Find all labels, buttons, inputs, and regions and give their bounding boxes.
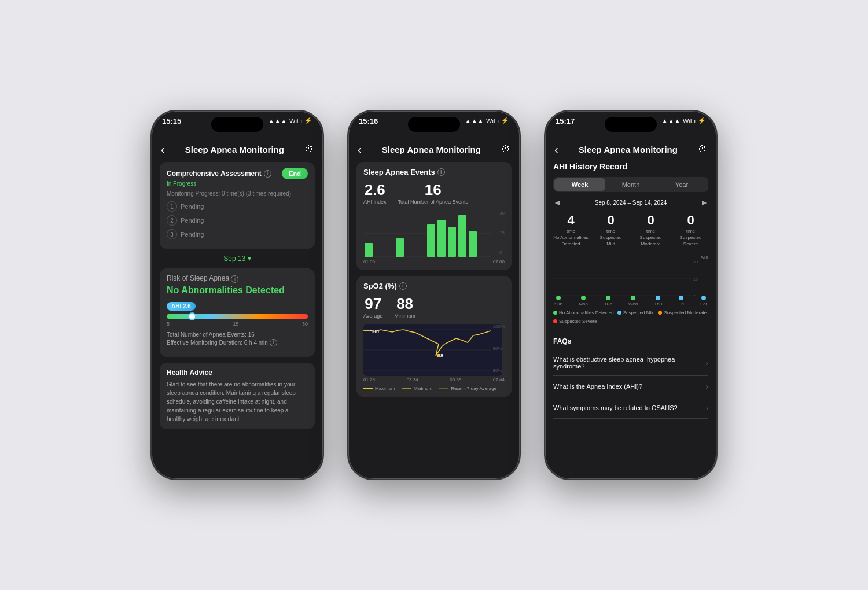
assessment-status: In Progress <box>167 180 308 187</box>
faq-item-1[interactable]: What is obstructive sleep apnea–hypopnea… <box>553 350 708 376</box>
ahi-history-title: AHI History Record <box>553 162 708 171</box>
risk-card: Risk of Sleep Apnea i No Abnormalities D… <box>160 268 315 357</box>
events-info-icon[interactable]: i <box>437 168 445 176</box>
history-icon-3[interactable]: ⏱ <box>698 144 707 154</box>
week-nav: ◄ Sep 8, 2024 – Sep 14, 2024 ► <box>553 198 708 207</box>
week-chart-area: AHI 30 15 0 Sun Mon <box>553 255 708 307</box>
spo2-min-metric: 88 Minimum <box>394 295 415 320</box>
tab-year[interactable]: Year <box>656 178 707 191</box>
phone2-content: Sleep Apnea Events i 2.6 AHI Index 16 To… <box>348 162 520 479</box>
week-range: Sep 8, 2024 – Sep 14, 2024 <box>595 200 667 206</box>
risk-status: No Abnormalities Detected <box>167 285 308 296</box>
dynamic-island-2 <box>408 117 460 132</box>
pending-item-1: 1 Pending <box>167 201 308 212</box>
total-events: Total Number of Apnea Events: 16 <box>167 331 308 338</box>
back-button-2[interactable]: ‹ <box>358 143 362 156</box>
pending-num-2: 2 <box>167 215 177 226</box>
nav-bar-3: ‹ Sleep Apnea Monitoring ⏱ <box>545 137 716 162</box>
legend-suspected-moderate: Suspected Moderate <box>658 310 707 315</box>
faq-text-1: What is obstructive sleep apnea–hypopnea… <box>553 356 705 370</box>
status-time-2: 15:16 <box>359 117 378 126</box>
phone-2: 15:16 ▲▲▲ WiFi ⚡ ‹ Sleep Apnea Monitorin… <box>347 110 521 480</box>
tab-month[interactable]: Month <box>605 178 656 191</box>
svg-rect-13 <box>469 231 477 257</box>
stat-label-0: timeNo AbnormalitiesDetected <box>553 228 589 248</box>
legend-circle-green <box>553 311 557 315</box>
faq-text-2: What is the Apnea Index (AHI)? <box>553 383 705 390</box>
faq-item-3[interactable]: What symptoms may be related to OSAHS? › <box>553 397 708 419</box>
spo2-title: SpO2 (%) i <box>363 282 505 290</box>
ahi-label-5: 5 <box>167 321 170 327</box>
nav-title-2: Sleep Apnea Monitoring <box>382 145 481 154</box>
pending-label-2: Pending <box>181 217 204 224</box>
stat-label-3: timeSuspectedSevere <box>673 228 708 248</box>
nav-bar-2: ‹ Sleep Apnea Monitoring ⏱ <box>348 137 520 162</box>
back-button-1[interactable]: ‹ <box>161 143 165 156</box>
divider <box>553 331 708 331</box>
phone-1: 15:15 ▲▲▲ WiFi ⚡ ‹ Sleep Apnea Monitorin… <box>150 110 324 480</box>
back-button-3[interactable]: ‹ <box>554 143 558 156</box>
duration-info-icon[interactable]: i <box>270 339 277 346</box>
svg-text:100: 100 <box>370 329 379 334</box>
end-button[interactable]: End <box>282 168 308 179</box>
spo2-x-1: 01:29 <box>363 377 375 382</box>
risk-info-icon[interactable]: i <box>231 275 238 283</box>
tab-week[interactable]: Week <box>554 178 605 191</box>
stat-value-3: 0 <box>673 213 708 228</box>
stat-value-2: 0 <box>633 213 668 228</box>
spo2-x-2: 03:34 <box>407 377 418 382</box>
svg-text:30: 30 <box>693 261 698 264</box>
day-label-sat: Sat <box>700 301 707 307</box>
health-advice-text: Glad to see that there are no abnormalit… <box>167 380 308 423</box>
spo2-x-labels: 01:29 03:34 05:39 07:44 <box>363 377 505 382</box>
pending-num-3: 3 <box>167 229 177 239</box>
signal-icon: ▲▲▲ <box>268 117 287 124</box>
legend-max: Maximum <box>363 386 395 391</box>
day-label-sun: Sun <box>554 301 562 307</box>
dot-legend: No Abnormalities Detected Suspected Mild… <box>553 310 708 324</box>
ahi-scale <box>167 314 308 319</box>
spo2-x-4: 07:44 <box>493 377 505 382</box>
sleep-apnea-events-card: Sleep Apnea Events i 2.6 AHI Index 16 To… <box>356 162 512 270</box>
status-time-3: 15:17 <box>556 117 575 126</box>
nav-bar-1: ‹ Sleep Apnea Monitoring ⏱ <box>152 137 323 162</box>
svg-rect-10 <box>437 220 446 257</box>
history-icon-2[interactable]: ⏱ <box>501 144 510 154</box>
history-icon-1[interactable]: ⏱ <box>304 144 314 154</box>
legend-avg-line <box>439 388 448 389</box>
dot-sun <box>556 296 561 300</box>
day-col-tue: Tue <box>604 296 612 307</box>
bar-chart-container: 30 15 0 <box>363 211 505 264</box>
faq-item-2[interactable]: What is the Apnea Index (AHI)? › <box>553 376 708 397</box>
stat-label-2: timeSuspectedModerate <box>633 228 668 248</box>
assessment-info-icon[interactable]: i <box>264 170 271 178</box>
chart-x-labels: 01:00 07:00 <box>363 259 505 264</box>
day-col-wed: Wed <box>628 296 638 307</box>
faq-chevron-3: › <box>705 403 708 412</box>
stat-value-0: 4 <box>553 213 589 228</box>
spo2-avg-label: Average <box>363 313 382 320</box>
legend-suspected-mild: Suspected Mild <box>617 310 655 315</box>
date-selector[interactable]: Sep 13 ▾ <box>160 255 315 263</box>
spo2-metrics: 97 Average 88 Minimum <box>363 295 505 320</box>
pending-item-3: 3 Pending <box>167 229 308 239</box>
ahi-label: AHI Index <box>363 199 387 206</box>
day-label-thu: Thu <box>654 301 662 307</box>
page-container: 15:15 ▲▲▲ WiFi ⚡ ‹ Sleep Apnea Monitorin… <box>0 0 868 590</box>
signal-icon-2: ▲▲▲ <box>465 117 484 124</box>
nav-title-3: Sleep Apnea Monitoring <box>579 145 678 154</box>
tab-bar: Week Month Year <box>553 177 708 192</box>
svg-text:15: 15 <box>693 277 698 281</box>
ahi-marker <box>188 312 196 320</box>
ahi-label-30: 30 <box>302 321 308 327</box>
assessment-card: Comprehensive Assessment i End In Progre… <box>160 162 315 249</box>
spo2-info-icon[interactable]: i <box>399 282 407 290</box>
monitoring-progress: Monitoring Progress: 0 time(s) (3 times … <box>167 190 308 197</box>
ahi-metric: 2.6 AHI Index <box>363 181 387 206</box>
health-advice-title: Health Advice <box>167 368 308 377</box>
dot-fri <box>679 296 683 300</box>
prev-week-btn[interactable]: ◄ <box>553 198 561 207</box>
next-week-btn[interactable]: ► <box>700 198 708 207</box>
stat-no-abnorm: 4 timeNo AbnormalitiesDetected <box>553 213 589 248</box>
ahi-labels: 5 15 30 <box>167 321 308 327</box>
